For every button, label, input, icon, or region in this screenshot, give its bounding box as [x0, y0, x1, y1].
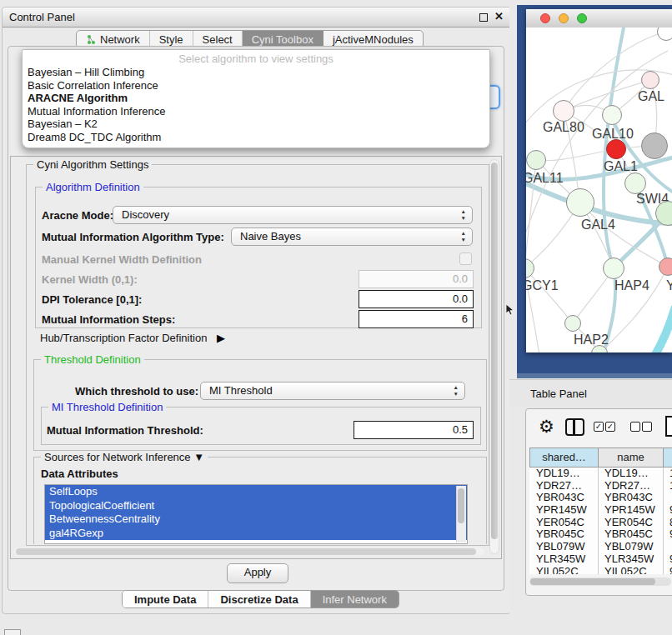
attribute-list-item[interactable]: gal4RGexp	[45, 527, 467, 541]
settings-vertical-scrollbar[interactable]	[489, 159, 499, 554]
network-node-hap4[interactable]	[603, 258, 624, 279]
algorithm-definition-title: Algorithm Definition	[43, 181, 143, 193]
tab-style[interactable]: Style	[150, 31, 193, 48]
attribute-list-item[interactable]: SelfLoops	[45, 485, 467, 499]
table-row[interactable]: YBL079WYBL079W	[529, 541, 672, 553]
gear-icon[interactable]: ⚙	[539, 417, 554, 437]
select-all-checkbox-icon[interactable]: ✓	[594, 422, 604, 432]
algorithm-definition-group: Algorithm Definition Aracne Mode: Discov…	[35, 187, 482, 328]
which-threshold-combo[interactable]: MI Threshold ▲▼	[200, 382, 465, 400]
tab-label: Select	[203, 32, 233, 47]
table-panel-title: Table Panel	[530, 388, 587, 400]
attr-list-scrollbar-thumb[interactable]	[458, 488, 464, 523]
cyni-toolbox-content: galFiltered.sif default node Select algo…	[8, 46, 504, 591]
network-canvas[interactable]: GALGAL80GAL10GAL1GAL11SWI4GAL4GCY1HAP4YH…	[526, 28, 672, 352]
table-row[interactable]: YBR043CYBR043C	[529, 492, 672, 504]
settings-vertical-scrollbar-thumb[interactable]	[491, 162, 498, 539]
table-row[interactable]: YIL052CYIL052C9.	[529, 566, 672, 575]
document-icon[interactable]	[665, 416, 672, 437]
kernel-width-label: Kernel Width (0,1):	[42, 273, 138, 286]
float-window-icon[interactable]	[479, 13, 488, 22]
table-row[interactable]: YDR27…YDR27…12	[529, 480, 672, 492]
tab-discretize-data[interactable]: Discretize Data	[208, 591, 310, 608]
columns-icon[interactable]	[565, 418, 584, 436]
tab-label: Style	[159, 32, 183, 47]
table-horizontal-scrollbar-thumb[interactable]	[530, 578, 655, 585]
zoom-traffic-light[interactable]	[577, 13, 587, 23]
sources-group: Sources for Network Inference ▼ Data Att…	[33, 457, 487, 544]
attribute-list-item[interactable]: BetweennessCentrality	[45, 512, 467, 527]
expanded-arrow-icon: ▼	[193, 451, 204, 463]
table-row[interactable]: YBR045CYBR045C9.	[529, 528, 672, 541]
network-node-y[interactable]	[659, 258, 672, 276]
apply-button[interactable]: Apply	[227, 563, 288, 583]
network-node-gal10[interactable]	[602, 105, 622, 125]
algorithm-option[interactable]: Basic Correlation Inference	[23, 79, 489, 92]
deselect-all-checkbox-icon[interactable]	[630, 422, 640, 432]
algorithm-option[interactable]: Dream8 DC_TDC Algorithm	[23, 131, 489, 144]
table-cell: YBR045C	[604, 528, 661, 541]
aracne-mode-combo[interactable]: Discovery ▲▼	[113, 206, 473, 224]
network-node[interactable]	[657, 28, 672, 41]
network-node-gal11[interactable]	[526, 150, 546, 170]
network-node-gal[interactable]	[641, 71, 659, 89]
algorithm-option[interactable]: Bayesian – Hill Climbing	[23, 66, 489, 79]
minimize-traffic-light[interactable]	[559, 13, 569, 23]
algorithm-option[interactable]: Mutual Information Inference	[23, 105, 489, 118]
hub-tf-definition-toggle[interactable]: Hub/Transcription Factor Definition ▶	[40, 332, 225, 344]
network-node-hap2[interactable]	[564, 315, 581, 332]
cyni-settings-group-title: Cyni Algorithm Settings	[33, 158, 152, 171]
attr-items: SelfLoopsTopologicalCoefficientBetweenne…	[45, 485, 467, 540]
network-node-gcy1[interactable]	[526, 258, 534, 278]
attr-list-scrollbar[interactable]	[456, 486, 466, 542]
network-node[interactable]	[655, 201, 672, 226]
mi-algorithm-type-combo[interactable]: Naive Bayes ▲▼	[231, 228, 473, 246]
table-cell: YER054C	[604, 517, 661, 529]
dpi-tolerance-input[interactable]: 0.0	[359, 290, 474, 308]
attribute-list-item[interactable]: TopologicalCoefficient	[45, 499, 467, 513]
settings-horizontal-scrollbar-thumb[interactable]	[16, 548, 476, 555]
algorithm-dropdown-list: Bayesian – Hill ClimbingBasic Correlatio…	[23, 66, 489, 144]
tab-select[interactable]: Select	[193, 31, 243, 48]
table-row[interactable]: YER054CYER054C8.	[529, 517, 672, 529]
close-traffic-light[interactable]	[540, 13, 550, 23]
sources-group-title[interactable]: Sources for Network Inference ▼	[41, 451, 208, 463]
tab-infer-network[interactable]: Infer Network	[311, 591, 399, 608]
algorithm-option[interactable]: Bayesian – K2	[23, 118, 489, 131]
tab-cyni-toolbox[interactable]: Cyni Toolbox	[243, 31, 323, 48]
column-header-name[interactable]: name	[598, 448, 664, 468]
select-all-checkbox-icon[interactable]: ✓	[605, 422, 615, 432]
node-label-gal11: GAL11	[526, 171, 564, 186]
column-header-A[interactable]: A	[663, 448, 672, 468]
network-tab-icon	[86, 34, 97, 45]
manual-kernel-checkbox[interactable]	[459, 252, 472, 265]
table-row[interactable]: YDL19…YDL19…13	[529, 468, 672, 480]
settings-horizontal-scrollbar[interactable]	[14, 548, 484, 556]
mi-steps-input[interactable]: 6	[359, 310, 474, 328]
table-horizontal-scrollbar[interactable]	[529, 578, 671, 586]
tab-jactivemnodules[interactable]: jActiveMNodules	[323, 31, 423, 48]
network-node-gal4[interactable]	[566, 188, 594, 217]
kernel-width-input[interactable]: 0.0	[359, 270, 474, 288]
table-panel: ⚙ ✓ ✓ shared…nameA YDL19…YDL19…13YDR27…Y…	[525, 408, 672, 596]
algorithm-dropdown-popup: Select algorithm to view settings Bayesi…	[22, 49, 490, 148]
combo-arrows-icon: ▲▼	[454, 384, 459, 398]
which-threshold-value: MI Threshold	[209, 384, 273, 397]
partial-bottom-left-icon[interactable]	[4, 629, 21, 635]
mi-threshold-input[interactable]: 0.5	[354, 421, 474, 439]
table-row[interactable]: YLR345WYLR345W9.	[529, 553, 672, 566]
tab-impute-data[interactable]: Impute Data	[123, 591, 208, 608]
network-node-gal80[interactable]	[553, 100, 574, 122]
data-attributes-list[interactable]: SelfLoopsTopologicalCoefficientBetweenne…	[44, 484, 468, 544]
table-cell: YIL052C	[604, 566, 661, 575]
table-row[interactable]: YPR145WYPR145W9.	[529, 504, 672, 517]
tab-network[interactable]: Network	[77, 31, 150, 48]
network-node-gal1[interactable]	[606, 139, 626, 159]
column-header-shared[interactable]: shared…	[529, 448, 599, 468]
deselect-all-checkbox-icon[interactable]	[642, 422, 652, 432]
network-node[interactable]	[641, 132, 668, 159]
close-icon[interactable]: ✕	[494, 10, 504, 22]
algorithm-option[interactable]: ARACNE Algorithm	[23, 92, 489, 105]
mi-threshold-label: Mutual Information Threshold:	[47, 424, 203, 437]
control-panel-titlebar: Control Panel ✕	[3, 8, 510, 28]
